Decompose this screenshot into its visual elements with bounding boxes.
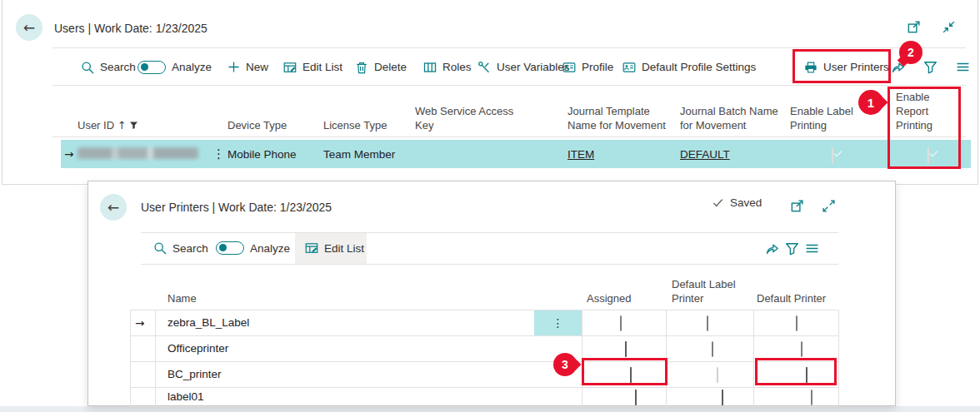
enable-label-printing-checkbox[interactable]	[832, 147, 833, 163]
printer-name-cell[interactable]: Officeprinter	[168, 335, 228, 361]
column-header-default-label-printer[interactable]: Default Label Printer	[672, 277, 742, 305]
saved-check-icon	[712, 196, 724, 209]
edit-list-icon	[283, 61, 297, 74]
contact-card-icon	[622, 61, 636, 74]
dialog-edit-list-button[interactable]: Edit List	[305, 232, 364, 264]
default-printer-checkbox[interactable]	[796, 315, 798, 331]
default-label-printer-checkbox[interactable]	[717, 367, 718, 383]
analyze-toggle-group: Analyze	[138, 48, 212, 86]
dialog-toolbar-right-icons	[765, 232, 819, 264]
user-variables-button[interactable]: User Variables	[478, 48, 570, 86]
default-profile-settings-button[interactable]: Default Profile Settings	[622, 48, 756, 86]
collapse-icon[interactable]	[942, 20, 956, 34]
assigned-checkbox[interactable]	[635, 390, 637, 405]
column-header-user-id[interactable]: User ID ↑	[78, 118, 138, 132]
cell-device-type[interactable]: Mobile Phone	[228, 140, 297, 168]
new-label: New	[246, 61, 268, 73]
plus-icon	[228, 61, 240, 73]
column-header-web-service-access-key[interactable]: Web Service Access Key	[415, 104, 523, 132]
saved-label: Saved	[730, 196, 762, 209]
saved-status: Saved	[712, 196, 762, 209]
default-label-printer-checkbox[interactable]	[722, 390, 723, 405]
user-variables-label: User Variables	[497, 61, 570, 73]
page-bottom-strip	[0, 406, 980, 412]
column-header-license-type[interactable]: License Type	[323, 118, 387, 132]
row-indicator-arrow: →	[64, 140, 73, 168]
search-icon	[81, 61, 94, 74]
filter-icon[interactable]	[785, 241, 799, 256]
analyze-toggle[interactable]	[216, 241, 244, 255]
annotation-badge-3: 3	[553, 353, 577, 376]
user-printers-window: ← User Printers | Work Date: 1/23/2025 S…	[88, 181, 896, 406]
printer-name-cell[interactable]: label01	[168, 387, 204, 406]
edit-list-icon	[305, 241, 318, 255]
new-button[interactable]: New	[228, 48, 268, 86]
assigned-checkbox[interactable]	[630, 367, 632, 383]
search-icon	[153, 241, 167, 255]
menu-icon[interactable]	[805, 241, 819, 256]
user-id-redacted[interactable]	[78, 147, 198, 159]
filter-icon[interactable]	[923, 60, 938, 74]
column-header-journal-template[interactable]: Journal Template Name for Movement	[568, 104, 669, 132]
popout-icon[interactable]	[790, 199, 804, 213]
dialog-back-button[interactable]: ←	[100, 194, 127, 221]
default-printer-checkbox[interactable]	[811, 390, 812, 405]
delete-label: Delete	[374, 61, 407, 73]
users-window: ← Users | Work Date: 1/23/2025 Search An…	[2, 0, 978, 185]
search-button[interactable]: Search	[81, 48, 136, 86]
analyze-toggle[interactable]	[138, 61, 166, 74]
roles-label: Roles	[442, 61, 472, 73]
menu-icon[interactable]	[956, 60, 970, 74]
analyze-label: Analyze	[172, 61, 212, 73]
edit-list-label: Edit List	[302, 61, 342, 73]
columns-icon	[423, 61, 437, 74]
enable-report-printing-checkbox[interactable]	[928, 147, 929, 163]
back-arrow-icon: ←	[108, 199, 119, 216]
assigned-checkbox[interactable]	[620, 315, 622, 331]
popout-icon[interactable]	[907, 20, 921, 34]
column-header-journal-batch[interactable]: Journal Batch Name for Movement	[680, 104, 786, 132]
column-header-default-printer[interactable]: Default Printer	[757, 291, 826, 305]
screen: ← Users | Work Date: 1/23/2025 Search An…	[0, 0, 980, 412]
back-arrow-icon: ←	[23, 19, 35, 36]
printer-name-cell[interactable]: BC_printer	[168, 361, 222, 387]
cell-journal-batch-link[interactable]: DEFAULT	[680, 140, 730, 168]
delete-button[interactable]: Delete	[355, 48, 407, 86]
default-printer-checkbox[interactable]	[806, 367, 808, 383]
search-label: Search	[172, 242, 208, 255]
user-variables-icon	[478, 61, 491, 74]
user-printers-button[interactable]: User Printers	[804, 48, 889, 86]
edit-list-button[interactable]: Edit List	[283, 48, 342, 86]
printer-name-cell[interactable]: zebra_BL_Label	[168, 310, 249, 335]
default-label-printer-checkbox[interactable]	[707, 315, 708, 331]
dialog-analyze-toggle-group: Analyze	[216, 232, 290, 264]
column-header-device-type[interactable]: Device Type	[228, 118, 287, 132]
header-separator	[52, 137, 966, 137]
page-title: Users | Work Date: 1/23/2025	[54, 22, 208, 35]
default-profile-settings-label: Default Profile Settings	[642, 61, 756, 73]
row-ellipsis-icon[interactable]: ⋮	[212, 140, 225, 168]
share-icon[interactable]	[765, 241, 779, 256]
column-header-enable-label-printing[interactable]: Enable Label Printing	[790, 104, 863, 132]
dialog-title: User Printers | Work Date: 1/23/2025	[141, 201, 332, 214]
roles-button[interactable]: Roles	[423, 48, 472, 86]
column-header-enable-report-printing[interactable]: Enable Report Printing	[896, 90, 944, 132]
expand-icon[interactable]	[822, 199, 836, 213]
analyze-label: Analyze	[250, 242, 290, 255]
cell-license-type[interactable]: Team Member	[323, 140, 395, 168]
dialog-search-button[interactable]: Search	[153, 232, 208, 264]
back-button[interactable]: ←	[16, 14, 42, 41]
row-indicator-arrow: →	[135, 310, 144, 335]
dialog-toolbar-bottom-border	[141, 264, 838, 265]
profile-button[interactable]: Profile	[562, 48, 613, 86]
row-ellipsis-icon[interactable]: ⋮	[534, 310, 582, 335]
search-label: Search	[100, 61, 136, 73]
column-header-assigned[interactable]: Assigned	[587, 291, 631, 305]
default-label-printer-checkbox[interactable]	[712, 341, 713, 357]
assigned-checkbox[interactable]	[625, 341, 627, 357]
column-header-name[interactable]: Name	[168, 291, 197, 305]
default-printer-checkbox[interactable]	[801, 341, 802, 357]
annotation-badge-1: 1	[858, 90, 883, 115]
cell-journal-template-link[interactable]: ITEM	[568, 140, 594, 168]
column-filter-icon	[129, 121, 138, 130]
